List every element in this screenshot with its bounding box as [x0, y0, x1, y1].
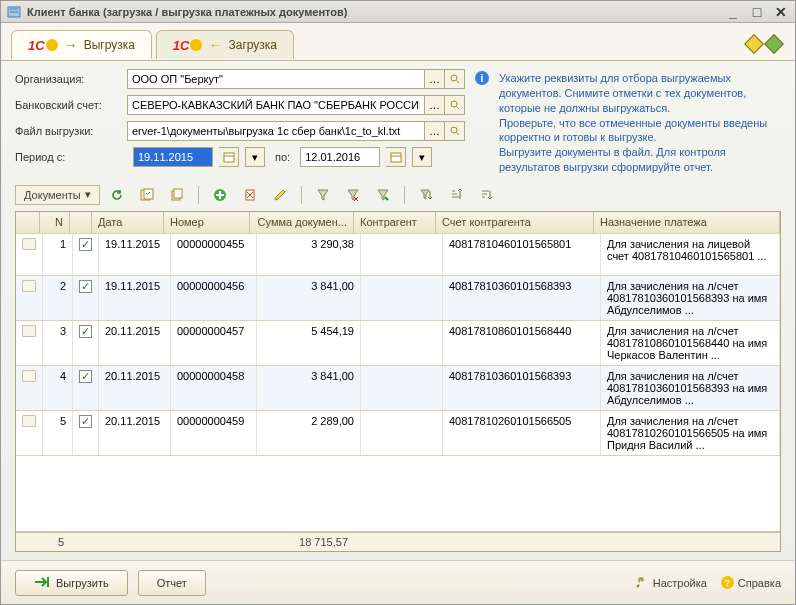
help-icon: ? [721, 576, 734, 589]
documents-dropdown[interactable]: Документы ▾ [15, 185, 100, 205]
bank-select-btn[interactable]: … [425, 95, 445, 115]
col-n[interactable]: N [40, 212, 70, 233]
table-row[interactable]: 4✓20.11.2015000000004583 841,00408178103… [16, 366, 780, 411]
minimize-button[interactable]: _ [725, 5, 741, 19]
cell-counterparty [361, 234, 443, 275]
refresh-button[interactable] [104, 185, 130, 205]
cell-number: 00000000459 [171, 411, 257, 455]
info-action2-icon[interactable] [767, 37, 781, 53]
cell-account: 40817810360101568393 [443, 276, 601, 320]
cell-counterparty [361, 321, 443, 365]
period-from-calendar-btn[interactable] [219, 147, 239, 167]
cell-counterparty [361, 411, 443, 455]
col-number[interactable]: Номер [164, 212, 250, 233]
org-input[interactable] [127, 69, 425, 89]
cell-counterparty [361, 276, 443, 320]
help-link[interactable]: ? Справка [721, 576, 781, 589]
file-browse-btn[interactable]: … [425, 121, 445, 141]
col-purpose[interactable]: Назначение платежа [594, 212, 780, 233]
org-select-btn[interactable]: … [425, 69, 445, 89]
check-button[interactable] [134, 185, 160, 205]
row-icon [22, 238, 36, 250]
col-rowicon[interactable] [16, 212, 40, 233]
bank-lookup-btn[interactable] [445, 95, 465, 115]
col-sum[interactable]: Сумма докумен... [250, 212, 354, 233]
copy-button[interactable] [164, 185, 190, 205]
svg-point-1 [451, 75, 457, 81]
row-checkbox[interactable]: ✓ [79, 280, 92, 293]
cell-date: 19.11.2015 [99, 234, 171, 275]
report-button[interactable]: Отчет [138, 570, 206, 596]
period-to-input[interactable] [300, 147, 380, 167]
edit-button[interactable] [267, 185, 293, 205]
row-icon [22, 280, 36, 292]
arrow-left-icon: ← [208, 37, 222, 53]
sort-desc-button[interactable] [443, 185, 469, 205]
pencil-icon [272, 187, 288, 203]
funnel-pencil-icon [375, 187, 391, 203]
info-action-icon[interactable] [747, 37, 761, 53]
cell-date: 20.11.2015 [99, 366, 171, 410]
file-lookup-btn[interactable] [445, 121, 465, 141]
cell-purpose: Для зачисления на л/счет 408178103601015… [601, 276, 780, 320]
grid-header: N Дата Номер Сумма докумен... Контрагент… [16, 212, 780, 234]
chevron-down-icon: ▾ [85, 188, 91, 201]
table-row[interactable]: 2✓19.11.2015000000004563 841,00408178103… [16, 276, 780, 321]
cell-purpose: Для зачисления на л/счет 408178103601015… [601, 366, 780, 410]
window-controls: _ □ ✕ [725, 5, 789, 19]
bank-input[interactable] [127, 95, 425, 115]
org-lookup-btn[interactable] [445, 69, 465, 89]
period-to-spin-btn[interactable]: ▾ [412, 147, 432, 167]
1c-logo-icon: 1C [173, 39, 203, 52]
col-counterparty[interactable]: Контрагент [354, 212, 436, 233]
refresh-icon [109, 187, 125, 203]
filter-edit-button[interactable] [370, 185, 396, 205]
period-from-input[interactable] [133, 147, 213, 167]
help-label: Справка [738, 577, 781, 589]
svg-point-2 [451, 101, 457, 107]
col-account[interactable]: Счет контрагента [436, 212, 594, 233]
tabstrip: 1C → Выгрузка 1C ← Загрузка [1, 23, 795, 61]
col-date[interactable]: Дата [92, 212, 164, 233]
table-row[interactable]: 1✓19.11.2015000000004553 290,38408178104… [16, 234, 780, 276]
period-to-calendar-btn[interactable] [386, 147, 406, 167]
upload-button[interactable]: Выгрузить [15, 570, 128, 596]
maximize-button[interactable]: □ [749, 5, 765, 19]
tab-upload[interactable]: 1C → Выгрузка [11, 30, 152, 59]
funnel-sort-button[interactable] [413, 185, 439, 205]
cell-date: 19.11.2015 [99, 276, 171, 320]
filter-clear-button[interactable] [340, 185, 366, 205]
cell-sum: 3 290,38 [257, 234, 361, 275]
period-from-spin-btn[interactable]: ▾ [245, 147, 265, 167]
file-input[interactable] [127, 121, 425, 141]
filter-button[interactable] [310, 185, 336, 205]
sort-asc-button[interactable] [473, 185, 499, 205]
upload-button-label: Выгрузить [56, 577, 109, 589]
cell-sum: 2 289,00 [257, 411, 361, 455]
wrench-icon [635, 575, 649, 591]
cell-n: 3 [43, 321, 73, 365]
settings-link[interactable]: Настройка [635, 575, 707, 591]
cell-n: 5 [43, 411, 73, 455]
row-checkbox[interactable]: ✓ [79, 238, 92, 251]
row-checkbox[interactable]: ✓ [79, 325, 92, 338]
cell-number: 00000000458 [171, 366, 257, 410]
row-checkbox[interactable]: ✓ [79, 370, 92, 383]
delete-icon [242, 187, 258, 203]
delete-button[interactable] [237, 185, 263, 205]
cell-number: 00000000457 [171, 321, 257, 365]
col-check[interactable] [70, 212, 92, 233]
table-row[interactable]: 3✓20.11.2015000000004575 454,19408178108… [16, 321, 780, 366]
row-checkbox[interactable]: ✓ [79, 415, 92, 428]
close-button[interactable]: ✕ [773, 5, 789, 19]
titlebar: Клиент банка (загрузка / выгрузка платеж… [1, 1, 795, 23]
tab-download[interactable]: 1C ← Загрузка [156, 30, 294, 59]
file-label: Файл выгрузки: [15, 125, 127, 137]
svg-rect-5 [391, 153, 401, 162]
table-row[interactable]: 5✓20.11.2015000000004592 289,00408178102… [16, 411, 780, 456]
add-button[interactable] [207, 185, 233, 205]
documents-label: Документы [24, 189, 81, 201]
report-button-label: Отчет [157, 577, 187, 589]
row-icon [22, 370, 36, 382]
grid-body: 1✓19.11.2015000000004553 290,38408178104… [16, 234, 780, 531]
